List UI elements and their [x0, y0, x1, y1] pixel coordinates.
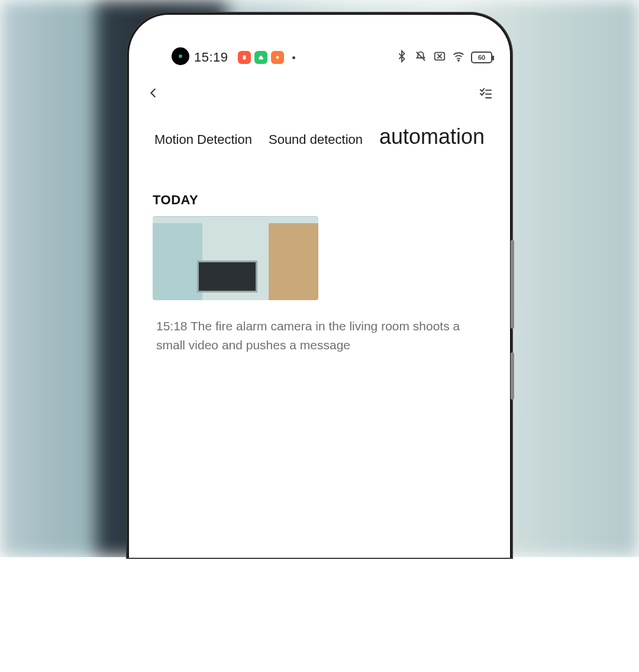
event-description: 15:18 The fire alarm camera in the livin… — [153, 317, 490, 354]
svg-point-1 — [276, 56, 279, 59]
tab-sound-detection[interactable]: Sound detection — [269, 132, 363, 147]
battery-level: 60 — [478, 54, 485, 61]
checklist-button[interactable] — [479, 86, 492, 102]
tab-automation[interactable]: automation — [379, 124, 485, 149]
app-icon — [271, 51, 284, 64]
svg-rect-0 — [243, 55, 246, 59]
event-thumbnail[interactable] — [153, 216, 318, 300]
phone-volume-button — [511, 240, 514, 329]
phone-frame: 15:19 60 — [127, 13, 512, 558]
more-indicator-icon — [292, 56, 295, 59]
tabs-row: Motion Detection Sound detection automat… — [129, 124, 510, 149]
battery-icon: 60 — [471, 52, 492, 63]
wifi-icon — [452, 50, 465, 65]
section-heading-today: TODAY — [153, 192, 198, 208]
back-button[interactable] — [147, 86, 160, 102]
phone-power-button — [511, 352, 514, 400]
recorder-app-icon — [238, 51, 251, 64]
mi-home-app-icon — [254, 51, 267, 64]
event-item[interactable]: 15:18 The fire alarm camera in the livin… — [153, 216, 490, 354]
status-time: 15:19 — [194, 50, 228, 65]
status-bar: 15:19 60 — [129, 47, 510, 67]
tab-motion-detection[interactable]: Motion Detection — [154, 132, 252, 147]
svg-point-6 — [458, 60, 459, 61]
mute-icon — [414, 50, 427, 65]
dnd-box-icon — [433, 50, 446, 65]
blank-area — [0, 557, 639, 672]
bottom-fade — [129, 439, 510, 558]
bluetooth-icon — [395, 50, 408, 65]
